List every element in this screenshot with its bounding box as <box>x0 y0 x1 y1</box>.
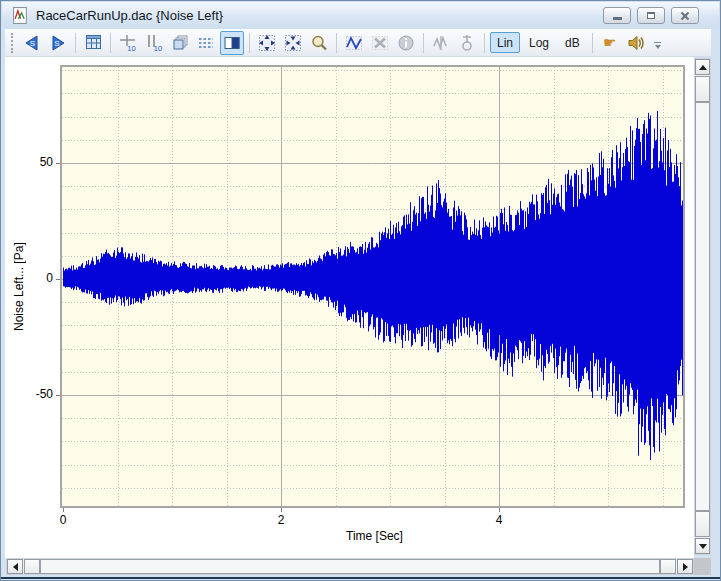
toolbar-separator <box>249 33 250 53</box>
x-tick-mark <box>281 508 282 512</box>
cursor-values-icon <box>432 34 450 52</box>
x-tick-label: 0 <box>43 513 83 527</box>
single-cursor-button[interactable]: 10 <box>116 31 140 55</box>
toolbar: S S 10 <box>5 29 711 57</box>
dashed-lines-icon <box>197 34 215 52</box>
zoom-out-button[interactable] <box>255 31 279 55</box>
toolbar-separator <box>592 33 593 53</box>
scroll-down-button[interactable] <box>695 538 710 554</box>
y-tick-label: -50 <box>5 387 53 401</box>
y-tick-mark <box>56 163 60 164</box>
scroll-left-button[interactable] <box>7 559 23 574</box>
toolbar-grip[interactable] <box>11 33 15 53</box>
arrow-left-icon <box>13 563 18 571</box>
toolbar-separator <box>336 33 337 53</box>
h-range-handle-left[interactable] <box>24 559 40 574</box>
toolbar-overflow-button[interactable] <box>652 33 664 53</box>
y-tick-mark <box>56 395 60 396</box>
scroll-up-button[interactable] <box>695 59 710 75</box>
step-back-icon: S <box>23 34 41 52</box>
svg-text:10: 10 <box>154 43 162 52</box>
svg-text:10: 10 <box>127 43 135 52</box>
delete-button[interactable] <box>368 31 392 55</box>
toolbar-overflow-icon <box>654 42 661 43</box>
y-tick-label: 0 <box>5 271 53 285</box>
waveform-document-icon <box>12 7 29 24</box>
speaker-icon <box>627 34 645 52</box>
x-tick-mark <box>63 508 64 512</box>
y-axis-label: Noise Left... [Pa] <box>11 67 27 506</box>
h-range-handle-right[interactable] <box>660 559 676 574</box>
arrow-right-icon <box>683 563 688 571</box>
svg-text:S: S <box>54 39 59 48</box>
worksheet-button[interactable] <box>81 31 105 55</box>
cursor-values-button[interactable] <box>429 31 453 55</box>
toolbar-separator <box>110 33 111 53</box>
waveform-canvas[interactable] <box>62 67 683 506</box>
window-title: RaceCarRunUp.dac {Noise Left} <box>36 8 603 23</box>
v-scroll-thumb[interactable] <box>695 102 710 511</box>
lin-scale-button[interactable]: Lin <box>490 32 520 53</box>
step-back-button[interactable]: S <box>20 31 44 55</box>
plot-area[interactable] <box>60 65 685 508</box>
v-range-handle-top[interactable] <box>695 76 710 102</box>
magnifier-icon <box>310 34 328 52</box>
arrow-down-icon <box>699 544 707 549</box>
y-tick-mark <box>56 279 60 280</box>
play-audio-button[interactable] <box>624 31 648 55</box>
vertical-scrollbar[interactable] <box>694 58 711 555</box>
minimize-icon <box>613 17 622 20</box>
h-scroll-thumb[interactable] <box>40 559 660 574</box>
zoom-tool-button[interactable] <box>307 31 331 55</box>
pointer-hand-button[interactable]: ☛ <box>598 31 622 55</box>
single-panel-button[interactable] <box>220 31 244 55</box>
step-forward-button[interactable]: S <box>46 31 70 55</box>
titlebar[interactable]: RaceCarRunUp.dac {Noise Left} <box>2 2 719 29</box>
app-window: RaceCarRunUp.dac {Noise Left} S S <box>0 0 721 581</box>
double-cursor-button[interactable]: 10 <box>142 31 166 55</box>
edit-wave-button[interactable] <box>342 31 366 55</box>
restore-button[interactable] <box>637 7 665 24</box>
restore-icon <box>647 12 655 19</box>
minimize-button[interactable] <box>603 7 631 24</box>
edit-wave-icon <box>345 34 363 52</box>
close-icon <box>680 11 690 21</box>
delete-icon <box>371 34 389 52</box>
overlay-traces-icon <box>171 34 189 52</box>
zoom-out-icon <box>258 34 276 52</box>
probe-icon <box>458 34 476 52</box>
probe-button[interactable] <box>455 31 479 55</box>
cursor-crosshair-icon: 10 <box>119 34 137 52</box>
log-scale-button[interactable]: Log <box>522 32 556 53</box>
db-scale-button[interactable]: dB <box>558 32 587 53</box>
worksheet-grid-icon <box>85 34 102 51</box>
toolbar-separator <box>484 33 485 53</box>
single-panel-icon <box>223 34 241 52</box>
x-tick-label: 4 <box>479 513 519 527</box>
toolbar-separator <box>75 33 76 53</box>
horizontal-scrollbar[interactable] <box>6 558 694 575</box>
cursor-double-icon: 10 <box>145 34 163 52</box>
zoom-in-icon <box>284 34 302 52</box>
toolbar-separator <box>423 33 424 53</box>
arrow-up-icon <box>699 65 707 70</box>
v-range-handle-bottom[interactable] <box>695 511 710 537</box>
overlay-traces-button[interactable] <box>168 31 192 55</box>
scrollbar-corner <box>694 558 711 575</box>
plot-stage: Noise Left... [Pa] Time [Sec] 500-50024 <box>5 57 694 558</box>
info-icon <box>397 34 415 52</box>
x-axis-label: Time [Sec] <box>62 529 687 543</box>
dashed-lines-button[interactable] <box>194 31 218 55</box>
y-tick-label: 50 <box>5 155 53 169</box>
info-button[interactable] <box>394 31 418 55</box>
pointer-hand-icon: ☛ <box>603 35 616 50</box>
zoom-in-button[interactable] <box>281 31 305 55</box>
scroll-right-button[interactable] <box>677 559 693 574</box>
close-button[interactable] <box>671 7 699 24</box>
svg-text:S: S <box>30 39 35 48</box>
x-tick-label: 2 <box>261 513 301 527</box>
x-tick-mark <box>499 508 500 512</box>
step-forward-icon: S <box>49 34 67 52</box>
window-bottom-edge <box>1 577 720 579</box>
